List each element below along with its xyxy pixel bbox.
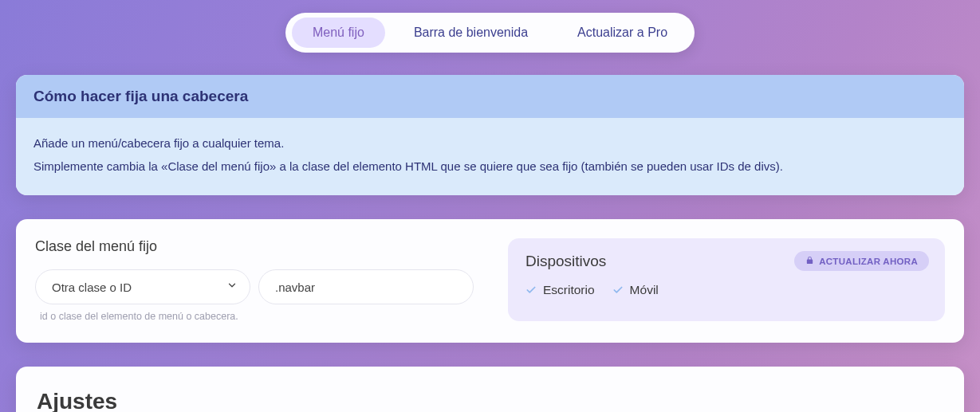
sticky-class-column: Clase del menú fijo Otra clase o ID id o… xyxy=(35,238,508,322)
info-body: Añade un menú/cabecera fijo a cualquier … xyxy=(16,118,964,195)
sticky-class-select-wrap: Otra clase o ID xyxy=(35,269,250,304)
devices-list: Escritorio Móvil xyxy=(525,283,927,297)
devices-column: Dispositivos ACTUALIZAR AHORA Escritorio xyxy=(508,238,945,322)
check-icon xyxy=(612,284,624,296)
sticky-class-input[interactable] xyxy=(258,269,474,304)
sticky-class-helper: id o clase del elemento de menú o cabece… xyxy=(35,311,492,322)
sticky-class-label: Clase del menú fijo xyxy=(35,238,492,255)
sticky-class-input-wrap xyxy=(258,269,474,304)
devices-panel: Dispositivos ACTUALIZAR AHORA Escritorio xyxy=(508,238,945,321)
check-icon xyxy=(525,284,537,296)
tab-welcome-bar[interactable]: Barra de bienvenida xyxy=(393,18,549,48)
tab-bar: Menú fijo Barra de bienvenida Actualizar… xyxy=(0,13,980,53)
tabs-container: Menú fijo Barra de bienvenida Actualizar… xyxy=(285,13,695,53)
tab-sticky-menu[interactable]: Menú fijo xyxy=(292,18,385,48)
upgrade-now-label: ACTUALIZAR AHORA xyxy=(819,257,918,266)
device-desktop[interactable]: Escritorio xyxy=(525,283,595,297)
sticky-class-select[interactable]: Otra clase o ID xyxy=(35,269,250,304)
info-line-1: Añade un menú/cabecera fijo a cualquier … xyxy=(33,132,947,155)
settings-card: Ajustes xyxy=(16,367,964,412)
upgrade-now-button[interactable]: ACTUALIZAR AHORA xyxy=(794,251,929,271)
info-title: Cómo hacer fija una cabecera xyxy=(16,75,964,118)
tab-upgrade-pro[interactable]: Actualizar a Pro xyxy=(557,18,688,48)
info-line-2: Simplemente cambia la «Clase del menú fi… xyxy=(33,155,947,179)
sticky-class-card: Clase del menú fijo Otra clase o ID id o… xyxy=(16,219,964,343)
device-mobile[interactable]: Móvil xyxy=(612,283,659,297)
device-mobile-label: Móvil xyxy=(630,283,659,297)
device-desktop-label: Escritorio xyxy=(543,283,595,297)
info-card: Cómo hacer fija una cabecera Añade un me… xyxy=(16,75,964,195)
sticky-class-controls: Otra clase o ID xyxy=(35,269,492,304)
lock-icon xyxy=(805,256,814,266)
settings-title: Ajustes xyxy=(37,389,943,412)
